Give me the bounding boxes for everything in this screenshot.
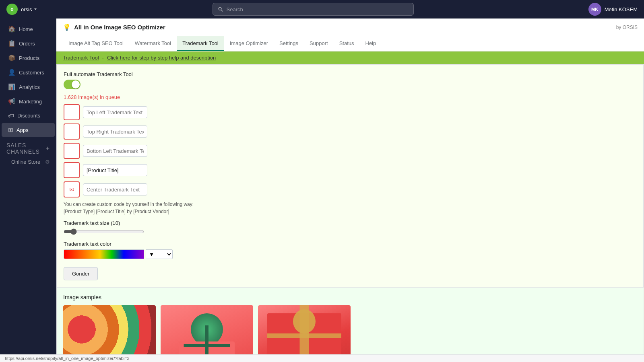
sample-image-tomatoes xyxy=(63,305,156,354)
sidebar-item-home[interactable]: 🏠 Home xyxy=(2,22,55,36)
sidebar-item-label: Orders xyxy=(19,41,35,47)
gonder-button[interactable]: Gonder xyxy=(64,267,98,280)
store-name-label: orsis xyxy=(21,6,32,12)
queue-count: 1.628 image(s) in queue xyxy=(64,94,637,100)
by-orsis-label: by ORSIS xyxy=(616,25,638,30)
trademark-preview-center: txt xyxy=(64,181,80,197)
image-grid xyxy=(63,305,637,354)
sample-image-gift-red xyxy=(258,305,351,354)
top-bar: o orsis Search MK Metin KÖSEM xyxy=(0,0,644,19)
sidebar-item-analytics[interactable]: 📊 Analytics xyxy=(2,80,55,94)
tab-support[interactable]: Support xyxy=(304,36,334,51)
chevron-down-icon xyxy=(33,7,37,11)
sidebar-item-orders[interactable]: 📋 Orders xyxy=(2,37,55,50)
help-description-link[interactable]: Click here for step by step help and des… xyxy=(107,55,216,61)
text-size-slider[interactable] xyxy=(64,228,144,235)
sidebar-item-online-store[interactable]: Online Store ⚙ xyxy=(0,156,56,167)
avatar: MK xyxy=(588,3,601,16)
trademark-tool-content: Full automate Trademark Tool 1.628 image… xyxy=(57,64,644,287)
settings-icon[interactable]: ⚙ xyxy=(45,159,50,165)
sidebar-item-customers[interactable]: 👤 Customers xyxy=(2,66,55,79)
status-url: https://api.orsis.net/shopify/all_in_one… xyxy=(5,356,130,361)
status-bar: https://api.orsis.net/shopify/all_in_one… xyxy=(0,354,644,362)
sales-channels-section: SALES CHANNELS + xyxy=(0,137,56,156)
sample-image-gift-green xyxy=(161,305,253,354)
trademark-input-center[interactable] xyxy=(83,183,147,195)
trademark-row-top-right xyxy=(64,123,637,140)
text-color-label: Trademark text color xyxy=(64,241,637,247)
sidebar-item-label: Marketing xyxy=(19,99,42,105)
trademark-input-bottom-left[interactable] xyxy=(83,145,147,157)
content-area: 💡 All in One Image SEO Optimizer by ORSI… xyxy=(56,19,644,354)
separator: - xyxy=(102,55,104,61)
analytics-icon: 📊 xyxy=(8,83,16,90)
app-title: All in One Image SEO Optimizer xyxy=(74,24,165,31)
color-select-wrapper: ▼ Red Green Blue Black White xyxy=(64,249,637,259)
add-sales-channel-icon[interactable]: + xyxy=(46,145,50,152)
bulb-icon: 💡 xyxy=(63,23,71,31)
online-store-label: Online Store xyxy=(11,159,40,165)
apps-icon: ⊞ xyxy=(8,126,13,134)
trademark-input-product-title[interactable] xyxy=(83,164,147,176)
tab-trademark[interactable]: Trademark Tool xyxy=(177,36,224,51)
tab-image-optimizer[interactable]: Image Optimizer xyxy=(224,36,274,51)
trademark-preview-top-right xyxy=(64,123,80,140)
trademark-row-bottom-left xyxy=(64,143,637,159)
color-bar-preview xyxy=(64,249,144,259)
image-samples-title: Image samples xyxy=(63,294,637,300)
user-initials: MK xyxy=(591,7,598,12)
orders-icon: 📋 xyxy=(8,40,16,47)
tool-name-link[interactable]: Trademark Tool xyxy=(63,55,99,61)
tab-help[interactable]: Help xyxy=(360,36,382,51)
home-icon: 🏠 xyxy=(8,25,16,33)
discounts-icon: 🏷 xyxy=(8,112,14,119)
custom-code-line2: [Product Type] [Product Title] by [Produ… xyxy=(64,209,169,214)
tab-settings[interactable]: Settings xyxy=(274,36,304,51)
text-size-label: Trademark text size (10) xyxy=(64,220,637,226)
tool-card: Full automate Trademark Tool 1.628 image… xyxy=(56,64,644,288)
sidebar-item-label: Customers xyxy=(19,70,44,76)
tab-image-alt[interactable]: Image Alt Tag SEO Tool xyxy=(63,36,129,51)
search-bar[interactable]: Search xyxy=(213,3,414,16)
trademark-row-product-title xyxy=(64,162,637,178)
tab-watermark[interactable]: Watermark Tool xyxy=(129,36,177,51)
sidebar-item-discounts[interactable]: 🏷 Discounts xyxy=(2,109,55,122)
automate-toggle[interactable] xyxy=(64,80,80,89)
text-size-section: Trademark text size (10) xyxy=(64,220,637,236)
sales-channels-label: SALES CHANNELS xyxy=(6,142,46,155)
tab-status[interactable]: Status xyxy=(334,36,360,51)
sidebar-item-label: Analytics xyxy=(19,84,40,90)
svg-line-1 xyxy=(221,10,223,11)
user-name: Metin KÖSEM xyxy=(605,6,638,12)
customers-icon: 👤 xyxy=(8,69,16,76)
custom-code-line1: You can create custom code by yourself i… xyxy=(64,202,194,207)
trademark-row-center: txt xyxy=(64,181,637,197)
marketing-icon: 📢 xyxy=(8,98,16,105)
trademark-input-top-left[interactable] xyxy=(83,106,147,118)
sidebar-item-products[interactable]: 📦 Products xyxy=(2,51,55,65)
sidebar-item-label: Discounts xyxy=(17,113,40,119)
trademark-row-top-left xyxy=(64,104,637,120)
svg-point-0 xyxy=(219,7,221,10)
sidebar: 🏠 Home 📋 Orders 📦 Products 👤 Customers 📊… xyxy=(0,19,56,354)
image-samples-section: Image samples xyxy=(56,288,644,354)
sidebar-item-apps[interactable]: ⊞ Apps xyxy=(2,123,55,137)
color-dropdown[interactable]: ▼ Red Green Blue Black White xyxy=(146,249,173,259)
products-icon: 📦 xyxy=(8,54,16,62)
sidebar-item-label: Products xyxy=(19,55,39,61)
tabs-bar: Image Alt Tag SEO Tool Watermark Tool Tr… xyxy=(56,36,644,51)
trademark-preview-bottom-left xyxy=(64,143,80,159)
custom-code-hint: You can create custom code by yourself i… xyxy=(64,201,637,215)
top-bar-left: o orsis xyxy=(6,4,37,15)
main-layout: 🏠 Home 📋 Orders 📦 Products 👤 Customers 📊… xyxy=(0,19,644,354)
user-info: MK Metin KÖSEM xyxy=(588,3,638,16)
sidebar-item-marketing[interactable]: 📢 Marketing xyxy=(2,95,55,108)
search-placeholder: Search xyxy=(227,6,243,12)
app-header: 💡 All in One Image SEO Optimizer by ORSI… xyxy=(56,19,644,36)
trademark-preview-product-title xyxy=(64,162,80,178)
trademark-preview-top-left xyxy=(64,104,80,120)
text-color-section: Trademark text color ▼ Red Green Blue Bl… xyxy=(64,241,637,259)
trademark-input-top-right[interactable] xyxy=(83,125,147,138)
store-name[interactable]: orsis xyxy=(21,6,37,12)
info-bar: Trademark Tool - Click here for step by … xyxy=(56,51,644,64)
